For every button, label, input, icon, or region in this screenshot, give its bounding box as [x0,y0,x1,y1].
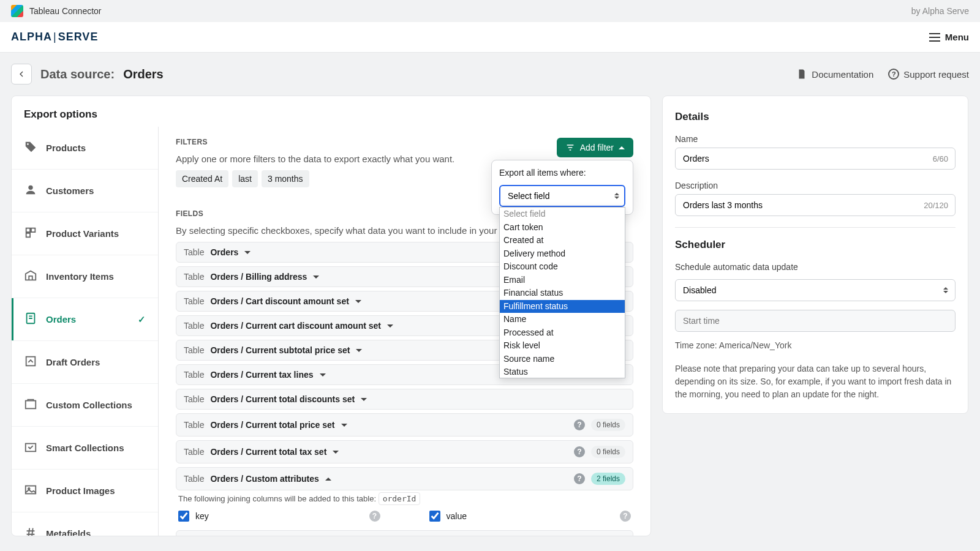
dropdown-option[interactable]: Processed at [500,326,625,340]
document-icon [796,69,807,80]
select-caret-icon [614,193,619,199]
field-dropdown-list[interactable]: Select fieldCart tokenCreated atDelivery… [499,207,625,378]
app-name: Tableau Connector [29,6,102,16]
sidebar-item-products[interactable]: Products [12,127,158,170]
description-counter: 20/120 [924,201,948,210]
table-row[interactable]: Table Orders / Customer ?1 fields [176,530,633,536]
chevron-down-icon [341,424,347,427]
dropdown-option[interactable]: Name [500,313,625,326]
table-row[interactable]: Table Orders / Current total discounts s… [176,389,633,410]
checkbox-input[interactable] [178,511,189,522]
checkbox-input[interactable] [429,511,440,522]
sidebar-item-draft-orders[interactable]: Draft Orders [12,341,158,384]
sidebar: Products Customers Product Variants Inve… [12,127,159,536]
back-button[interactable] [11,64,32,84]
table-name: Orders [210,247,238,257]
table-row[interactable]: Table Orders / Current total price set ?… [176,413,633,437]
field-checkbox[interactable]: key ? [178,511,380,522]
dropdown-option[interactable]: Fulfillment status [500,300,625,313]
check-icon: ✓ [138,314,146,325]
table-name: Orders / Current total discounts set [210,394,355,404]
support-link[interactable]: ? Support request [888,69,969,80]
dropdown-option[interactable]: Financial status [500,287,625,300]
inventory-icon [24,269,37,284]
sidebar-item-inventory-items[interactable]: Inventory Items [12,255,158,298]
filter-chip[interactable]: Created At [176,170,228,187]
table-label: Table [184,321,204,331]
sidebar-item-label: Customers [46,186,94,196]
question-icon: ? [888,69,899,80]
sidebar-item-product-images[interactable]: Product Images [12,470,158,512]
dropdown-option[interactable]: Select field [500,208,625,221]
dropdown-option[interactable]: Discount code [500,260,625,274]
sidebar-item-label: Draft Orders [46,357,100,367]
variant-icon [24,226,37,241]
user-icon [24,183,37,198]
hamburger-icon [929,33,940,42]
app-header: ALPHA|SERVE Menu [0,22,980,53]
help-icon[interactable]: ? [574,473,585,484]
documentation-link[interactable]: Documentation [796,69,873,80]
table-row[interactable]: Table Orders / Current total tax set ?0 … [176,440,633,463]
dropdown-option[interactable]: Status [500,365,625,378]
chevron-down-icon [313,276,319,279]
table-row[interactable]: Table Orders / Custom attributes ?2 fiel… [176,467,633,490]
description-input[interactable] [675,194,956,216]
sidebar-item-product-variants[interactable]: Product Variants [12,212,158,255]
scheduler-help: Schedule automatic data update [675,262,956,272]
schedule-select[interactable]: Disabled [675,279,956,301]
arrow-left-icon [17,69,26,79]
add-filter-popover: Export all items where: Select field Sel… [491,160,633,215]
scheduler-title: Scheduler [675,239,956,251]
dropdown-option[interactable]: Delivery method [500,247,625,261]
chevron-down-icon [361,398,367,401]
smart-icon [24,440,37,455]
name-label: Name [675,134,956,144]
field-checkbox-row: key ? value ? [176,509,633,530]
collection-icon [24,397,37,413]
table-label: Table [184,420,204,430]
chevron-up-icon [619,146,625,149]
help-icon[interactable]: ? [574,446,585,457]
filter-icon [565,143,575,152]
table-label: Table [184,447,204,457]
sidebar-item-custom-collections[interactable]: Custom Collections [12,384,158,427]
table-label: Table [184,345,204,355]
table-name: Orders / Current subtotal price set [210,345,350,355]
sidebar-item-metafields[interactable]: Metafields [12,512,158,536]
svg-rect-9 [26,486,36,494]
help-icon[interactable]: ? [620,511,631,522]
sidebar-item-smart-collections[interactable]: Smart Collections [12,427,158,470]
filters-section-label: FILTERS [176,138,557,146]
chevron-down-icon [320,373,326,377]
svg-rect-7 [26,401,36,409]
dropdown-option[interactable]: Cart token [500,221,625,234]
dropdown-option[interactable]: Risk level [500,339,625,353]
filter-chip[interactable]: last [232,170,258,187]
help-icon[interactable]: ? [369,511,380,522]
table-name: Orders / Current total price set [210,420,334,430]
svg-point-0 [27,143,29,145]
select-field-dropdown[interactable]: Select field [499,185,625,207]
chevron-down-icon [244,251,251,254]
field-count-badge: 2 fields [591,473,625,485]
dropdown-option[interactable]: Source name [500,353,625,366]
field-checkbox[interactable]: value ? [429,511,631,522]
dropdown-option[interactable]: Email [500,274,625,287]
dropdown-option[interactable]: Created at [500,234,625,247]
hash-icon [24,526,37,536]
content-area: FILTERS Apply one or more filters to the… [159,127,650,536]
name-input[interactable] [675,148,956,170]
table-label: Table [184,247,204,257]
app-icon [11,5,23,17]
sidebar-item-orders[interactable]: Orders✓ [12,298,158,341]
add-filter-button[interactable]: Add filter [557,138,633,157]
chevron-down-icon [387,324,393,328]
menu-button[interactable]: Menu [929,32,969,42]
sidebar-item-customers[interactable]: Customers [12,170,158,212]
table-name: Orders / Current tax lines [210,370,313,380]
chevron-down-icon [356,349,362,352]
sub-header: Data source: Orders Documentation ? Supp… [0,53,980,96]
filter-chip[interactable]: 3 months [262,170,309,187]
help-icon[interactable]: ? [574,419,585,430]
